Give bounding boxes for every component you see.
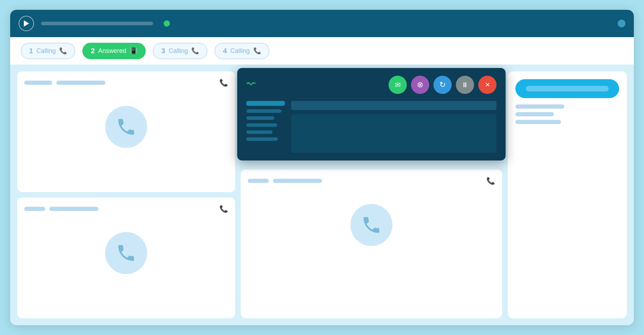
call-overlay: ✉ ⊗ ↻ ⏸ ✕ bbox=[237, 68, 506, 160]
call-wave-icon bbox=[246, 79, 256, 91]
tab-4-label: Calling bbox=[231, 47, 250, 55]
topbar bbox=[10, 10, 634, 37]
sidebar-action-button[interactable] bbox=[515, 79, 619, 98]
status-dot-green bbox=[164, 20, 170, 27]
hold-button[interactable]: ⏸ bbox=[456, 76, 474, 94]
tab-2-label: Answered bbox=[98, 47, 126, 55]
card-top-left-phone-icon: 📞 bbox=[219, 78, 228, 87]
tab-3-number: 3 bbox=[161, 47, 165, 55]
mid-header-bar-2 bbox=[273, 179, 322, 183]
tab-bar: 1 Calling 📞 2 Answered 📳 3 Calling 📞 4 C… bbox=[10, 37, 634, 64]
voicemail-icon: ⊗ bbox=[417, 80, 423, 89]
action-btn-bar bbox=[526, 86, 609, 91]
transfer-button[interactable]: ↻ bbox=[433, 76, 452, 94]
info-bar-1 bbox=[246, 109, 281, 113]
tab-1-phone-icon: 📞 bbox=[59, 47, 67, 55]
call-info-right bbox=[291, 101, 496, 153]
hangup-button[interactable]: ✕ bbox=[478, 76, 496, 94]
call-overlay-top: ✉ ⊗ ↻ ⏸ ✕ bbox=[246, 76, 496, 94]
info-bar-2 bbox=[246, 116, 274, 120]
contact-avatar-1 bbox=[105, 106, 147, 148]
sidebar-bar-3 bbox=[515, 120, 561, 124]
header-bar-4 bbox=[49, 207, 98, 211]
info-bar-5 bbox=[246, 137, 278, 141]
card-top-left-header: 📞 bbox=[24, 78, 228, 87]
main-content: 📞 📞 bbox=[10, 64, 634, 325]
middle-bottom: 📞 bbox=[241, 170, 502, 318]
header-bar-3 bbox=[24, 207, 45, 211]
voicemail-button[interactable]: ⊗ bbox=[411, 76, 429, 94]
card-bottom-left-phone-icon: 📞 bbox=[219, 205, 228, 213]
sidebar-bar-1 bbox=[515, 104, 564, 109]
middle-column: ✉ ⊗ ↻ ⏸ ✕ bbox=[241, 71, 502, 318]
header-bar-2 bbox=[56, 81, 105, 85]
call-info-left bbox=[246, 101, 285, 153]
tab-4-number: 4 bbox=[223, 47, 227, 55]
tab-3-label: Calling bbox=[169, 47, 188, 55]
tab-4-phone-icon: 📞 bbox=[253, 47, 261, 55]
tab-3-phone-icon: 📞 bbox=[191, 47, 199, 55]
hangup-icon: ✕ bbox=[485, 81, 490, 89]
info-bar-3 bbox=[246, 123, 277, 127]
sidebar-text-block bbox=[515, 104, 619, 124]
left-column: 📞 📞 bbox=[17, 71, 235, 318]
tab-2-number: 2 bbox=[91, 47, 95, 55]
tab-1-number: 1 bbox=[29, 47, 33, 55]
info-bar-highlight bbox=[246, 101, 285, 106]
app-frame: 1 Calling 📞 2 Answered 📳 3 Calling 📞 4 C… bbox=[10, 10, 634, 325]
transfer-icon: ↻ bbox=[439, 80, 446, 89]
svg-marker-0 bbox=[24, 20, 29, 27]
progress-bar bbox=[41, 22, 153, 25]
contact-avatar-2 bbox=[105, 232, 147, 274]
email-icon: ✉ bbox=[395, 81, 401, 89]
call-right-box bbox=[291, 114, 496, 153]
right-sidebar bbox=[508, 71, 627, 318]
card-middle-bottom: 📞 bbox=[241, 170, 502, 318]
mid-header-bar-1 bbox=[248, 179, 269, 183]
tab-1-label: Calling bbox=[36, 47, 56, 55]
email-button[interactable]: ✉ bbox=[389, 76, 407, 94]
tab-2-phone-icon: 📳 bbox=[130, 47, 137, 55]
status-dot-blue bbox=[618, 20, 625, 27]
card-bottom-left-header: 📞 bbox=[24, 205, 228, 213]
sidebar-bar-2 bbox=[515, 112, 554, 116]
card-middle-phone-icon: 📞 bbox=[486, 177, 495, 185]
tab-3[interactable]: 3 Calling 📞 bbox=[153, 43, 207, 59]
card-middle-header: 📞 bbox=[248, 177, 495, 185]
hold-icon: ⏸ bbox=[461, 81, 468, 89]
call-right-bar bbox=[291, 101, 496, 110]
play-icon[interactable] bbox=[19, 16, 34, 31]
card-top-left: 📞 bbox=[17, 71, 235, 192]
tab-2[interactable]: 2 Answered 📳 bbox=[82, 43, 146, 59]
call-action-buttons: ✉ ⊗ ↻ ⏸ ✕ bbox=[389, 76, 496, 94]
call-overlay-body bbox=[246, 101, 496, 153]
tab-1[interactable]: 1 Calling 📞 bbox=[21, 43, 75, 59]
header-bar-1 bbox=[24, 81, 52, 85]
info-bar-4 bbox=[246, 130, 273, 134]
tab-4[interactable]: 4 Calling 📞 bbox=[214, 43, 269, 59]
card-bottom-left: 📞 bbox=[17, 198, 235, 318]
contact-avatar-3 bbox=[350, 204, 392, 246]
